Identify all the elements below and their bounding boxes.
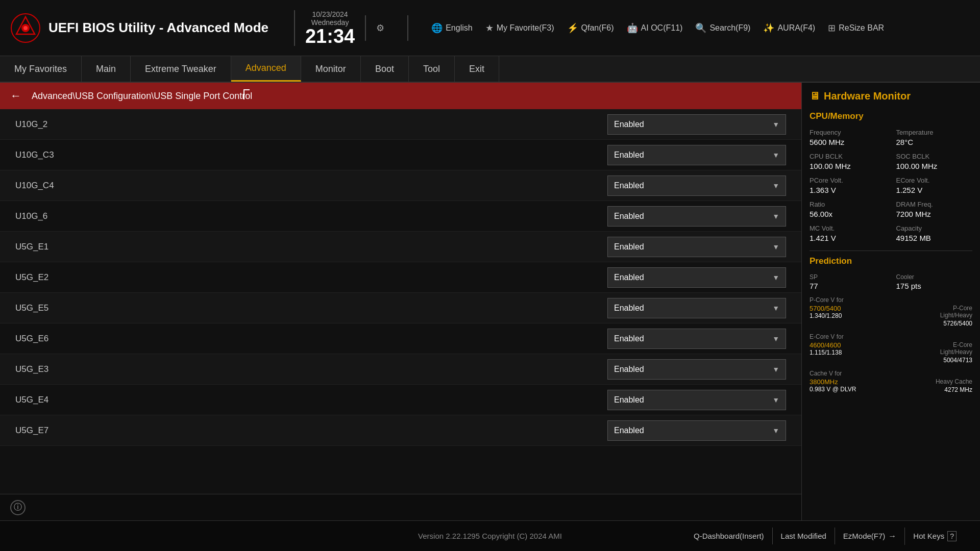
pred-cooler: Cooler 175 pts (896, 273, 973, 290)
dropdown-value: Enabled (614, 273, 644, 282)
dropdown-u5g_e5[interactable]: Enabled ▼ (607, 298, 786, 318)
chevron-down-icon: ▼ (772, 427, 779, 435)
nav-my-favorites[interactable]: My Favorites (0, 56, 82, 82)
dropdown-u5g_e6[interactable]: Enabled ▼ (607, 329, 786, 349)
chevron-down-icon: ▼ (772, 365, 779, 373)
english-button[interactable]: 🌐 English (431, 22, 472, 34)
aioc-button[interactable]: 🤖 AI OC(F11) (627, 22, 683, 34)
setting-control[interactable]: Enabled ▼ (607, 298, 786, 318)
top-divider (294, 10, 295, 46)
dropdown-value: Enabled (614, 304, 644, 313)
setting-control[interactable]: Enabled ▼ (607, 145, 786, 165)
dropdown-value: Enabled (614, 212, 644, 221)
dropdown-u10g_c3[interactable]: Enabled ▼ (607, 145, 786, 165)
top-bar: UEFI BIOS Utility - Advanced Mode 10/23/… (0, 0, 980, 56)
ezmode-arrow-icon: → (888, 532, 896, 541)
dropdown-u10g_c4[interactable]: Enabled ▼ (607, 176, 786, 196)
setting-control[interactable]: Enabled ▼ (607, 329, 786, 349)
setting-label: U10G_C4 (15, 181, 607, 191)
my-favorite-label: My Favorite(F3) (497, 23, 554, 33)
setting-control[interactable]: Enabled ▼ (607, 206, 786, 227)
search-button[interactable]: 🔍 Search(F9) (695, 22, 750, 34)
setting-control[interactable]: Enabled ▼ (607, 359, 786, 380)
aura-button[interactable]: ✨ AURA(F4) (763, 22, 815, 34)
time-display: 21:34 (305, 27, 355, 46)
nav-extreme-tweaker[interactable]: Extreme Tweaker (131, 56, 231, 82)
hardware-monitor-panel: 🖥 Hardware Monitor CPU/Memory Frequency … (801, 83, 980, 520)
setting-control[interactable]: Enabled ▼ (607, 176, 786, 196)
resizebar-icon: ⊞ (828, 22, 836, 34)
qdashboard-button[interactable]: Q-Dashboard(Insert) (685, 528, 773, 544)
hardware-monitor-title: 🖥 Hardware Monitor (810, 90, 972, 102)
dropdown-u10g_2[interactable]: Enabled ▼ (607, 114, 786, 135)
setting-label: U5G_E3 (15, 364, 607, 374)
dropdown-value: Enabled (614, 426, 644, 435)
settings-button[interactable]: ⚙ (376, 22, 384, 34)
nav-advanced[interactable]: Advanced (231, 56, 301, 82)
dropdown-u5g_e2[interactable]: Enabled ▼ (607, 267, 786, 288)
hw-capacity: Capacity 49152 MB (896, 224, 973, 242)
gear-icon: ⚙ (376, 22, 384, 34)
nav-tool[interactable]: Tool (409, 56, 455, 82)
hotkeys-icon: ? (947, 531, 957, 541)
nav-boot[interactable]: Boot (361, 56, 409, 82)
my-favorite-button[interactable]: ★ My Favorite(F3) (485, 22, 554, 34)
dropdown-u5g_e1[interactable]: Enabled ▼ (607, 237, 786, 257)
last-modified-button[interactable]: Last Modified (773, 528, 835, 544)
dropdown-value: Enabled (614, 334, 644, 343)
table-row: U10G_6 Enabled ▼ (0, 201, 801, 232)
setting-control[interactable]: Enabled ▼ (607, 390, 786, 410)
setting-label: U10G_C3 (15, 150, 607, 160)
hw-cpu-bclk: CPU BCLK 100.00 MHz (810, 153, 886, 170)
hw-frequency: Frequency 5600 MHz (810, 129, 886, 146)
back-button[interactable]: ← (10, 89, 21, 103)
pred-sp: SP 77 (810, 273, 886, 290)
setting-control[interactable]: Enabled ▼ (607, 267, 786, 288)
footer: Version 2.22.1295 Copyright (C) 2024 AMI… (0, 520, 980, 551)
chevron-down-icon: ▼ (772, 335, 779, 343)
datetime-area: 10/23/2024 Wednesday 21:34 (305, 10, 355, 46)
chevron-down-icon: ▼ (772, 243, 779, 251)
prediction-grid: SP 77 Cooler 175 pts (810, 273, 972, 290)
dropdown-value: Enabled (614, 395, 644, 405)
cpu-memory-section-title: CPU/Memory (810, 111, 972, 121)
english-label: English (446, 23, 472, 33)
top-toolbar: ⚙ 🌐 English ★ My Favorite(F3) ⚡ Qfan(F6)… (365, 15, 970, 41)
ezmode-button[interactable]: EzMode(F7) → (835, 528, 905, 545)
hw-divider (810, 251, 972, 251)
nav-monitor[interactable]: Monitor (301, 56, 361, 82)
pred-pcore-lh-value: 5726/5400 (940, 320, 972, 327)
setting-label: U5G_E1 (15, 242, 607, 252)
chevron-down-icon: ▼ (772, 273, 779, 282)
table-row: U10G_C3 Enabled ▼ (0, 140, 801, 170)
bios-title: UEFI BIOS Utility - Advanced Mode (48, 20, 268, 36)
breadcrumb-path: Advanced\USB Configuration\USB Single Po… (32, 91, 252, 102)
fan-icon: ⚡ (567, 22, 578, 34)
setting-label: U5G_E2 (15, 272, 607, 283)
resizebar-button[interactable]: ⊞ ReSize BAR (828, 22, 884, 34)
setting-control[interactable]: Enabled ▼ (607, 237, 786, 257)
setting-control[interactable]: Enabled ▼ (607, 114, 786, 135)
search-icon: 🔍 (695, 22, 706, 34)
dropdown-u5g_e4[interactable]: Enabled ▼ (607, 390, 786, 410)
dropdown-u10g_6[interactable]: Enabled ▼ (607, 206, 786, 227)
dropdown-u5g_e7[interactable]: Enabled ▼ (607, 420, 786, 441)
nav-main[interactable]: Main (82, 56, 131, 82)
dropdown-value: Enabled (614, 151, 644, 160)
last-modified-label: Last Modified (781, 532, 826, 540)
dropdown-value: Enabled (614, 181, 644, 190)
breadcrumb-bar: ← Advanced\USB Configuration\USB Single … (0, 83, 801, 109)
aura-icon: ✨ (763, 22, 774, 34)
star-icon: ★ (485, 22, 494, 34)
hotkeys-button[interactable]: Hot Keys ? (905, 527, 965, 545)
setting-label: U10G_6 (15, 211, 607, 221)
nav-exit[interactable]: Exit (455, 56, 499, 82)
hw-mc-volt: MC Volt. 1.421 V (810, 224, 886, 242)
monitor-icon: 🖥 (810, 90, 820, 102)
setting-control[interactable]: Enabled ▼ (607, 420, 786, 441)
prediction-section-title: Prediction (810, 256, 972, 266)
qfan-button[interactable]: ⚡ Qfan(F6) (567, 22, 614, 34)
dropdown-u5g_e3[interactable]: Enabled ▼ (607, 359, 786, 380)
pred-heavy-cache-value: 4272 MHz (936, 386, 972, 393)
pred-ecore-section: E-Core V for 4600/4600 1.115/1.138 E-Cor… (810, 333, 972, 364)
